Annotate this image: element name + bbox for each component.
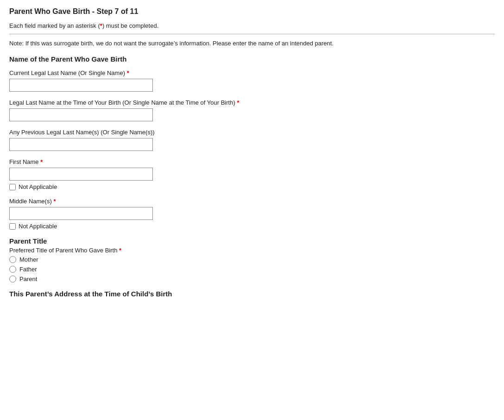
label-current-legal-last-name: Current Legal Last Name (Or Single Name)… [9,69,495,76]
address-section-title: This Parent’s Address at the Time of Chi… [9,290,495,298]
radio-row-parent[interactable]: Parent [9,276,495,282]
input-legal-last-name-birth[interactable] [9,108,153,121]
middle-name-not-applicable-checkbox[interactable] [9,223,16,230]
first-name-not-applicable-row: Not Applicable [9,183,495,190]
radio-parent-label[interactable]: Parent [19,276,37,282]
divider [9,34,495,34]
field-group-legal-last-name-birth: Legal Last Name at the Time of Your Birt… [9,99,495,121]
input-previous-legal-last-name[interactable] [9,138,153,151]
required-note-prefix: Each field marked by an asterisk ( [9,22,100,29]
field-group-current-legal-last-name: Current Legal Last Name (Or Single Name)… [9,69,495,92]
label-legal-last-name-birth: Legal Last Name at the Time of Your Birt… [9,99,495,106]
radio-mother-label[interactable]: Mother [19,256,38,263]
radio-father[interactable] [9,266,16,273]
radio-father-label[interactable]: Father [19,266,37,273]
label-previous-legal-last-name: Any Previous Legal Last Name(s) (Or Sing… [9,129,495,136]
parent-title-label: Preferred Title of Parent Who Gave Birth… [9,247,495,254]
field-group-first-name: First Name * Not Applicable [9,158,495,190]
parent-title-field-group: Preferred Title of Parent Who Gave Birth… [9,247,495,282]
input-current-legal-last-name[interactable] [9,79,153,92]
radio-parent[interactable] [9,276,16,282]
middle-name-not-applicable-row: Not Applicable [9,223,495,230]
name-section-title: Name of the Parent Who Gave Birth [9,55,495,63]
parent-title-section-title: Parent Title [9,237,495,245]
input-middle-name[interactable] [9,207,153,220]
radio-row-father[interactable]: Father [9,266,495,273]
parent-title-radio-group: Mother Father Parent [9,256,495,282]
field-group-middle-name: Middle Name(s) * Not Applicable [9,198,495,230]
label-middle-name: Middle Name(s) * [9,198,495,205]
radio-mother[interactable] [9,256,16,263]
input-first-name[interactable] [9,168,153,181]
middle-name-not-applicable-label[interactable]: Not Applicable [19,223,57,230]
field-group-previous-legal-last-name: Any Previous Legal Last Name(s) (Or Sing… [9,129,495,151]
required-note: Each field marked by an asterisk (*) mus… [9,22,495,29]
label-first-name: First Name * [9,158,495,165]
first-name-not-applicable-checkbox[interactable] [9,184,16,190]
required-note-suffix: ) must be completed. [102,22,158,29]
page-title: Parent Who Gave Birth - Step 7 of 11 [9,7,495,16]
surrogate-note: Note: If this was surrogate birth, we do… [9,40,495,47]
radio-row-mother[interactable]: Mother [9,256,495,263]
first-name-not-applicable-label[interactable]: Not Applicable [19,183,57,190]
